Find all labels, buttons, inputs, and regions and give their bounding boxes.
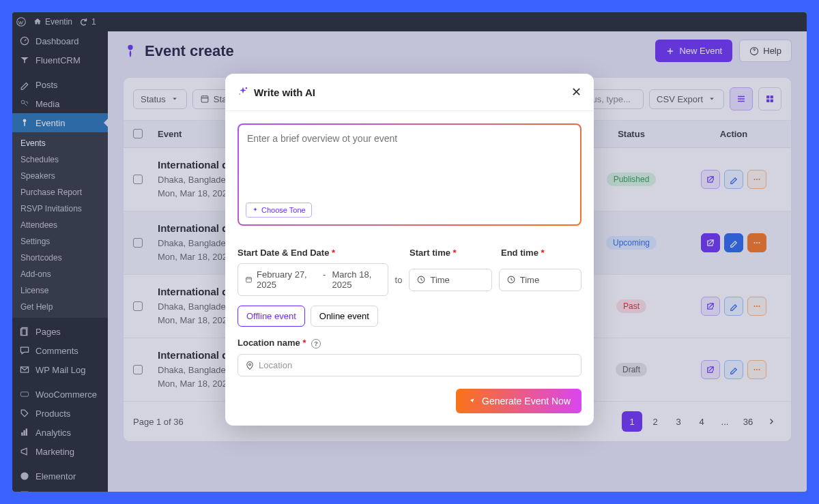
location-input[interactable]: Location [238, 354, 581, 376]
svg-point-38 [249, 364, 251, 366]
date-range-input[interactable]: February 27, 2025 - March 18, 2025 [238, 263, 388, 296]
svg-point-34 [239, 93, 240, 95]
generate-event-button[interactable]: Generate Event Now [456, 389, 581, 413]
close-button[interactable]: ✕ [571, 85, 581, 100]
help-icon[interactable]: ? [311, 339, 321, 349]
ai-overview-box: Choose Tone [238, 123, 581, 226]
offline-event-chip[interactable]: Offline event [238, 306, 305, 327]
modal-title: Write with AI [254, 87, 315, 98]
svg-point-33 [246, 87, 247, 89]
svg-rect-35 [246, 278, 252, 282]
end-time-input[interactable]: Time [499, 269, 581, 291]
overview-input[interactable] [247, 133, 572, 194]
choose-tone-button[interactable]: Choose Tone [246, 203, 312, 218]
sparkle-icon [238, 86, 248, 99]
to-label: to [395, 275, 403, 285]
start-time-input[interactable]: Time [409, 269, 491, 291]
modal-overlay[interactable]: Write with AI ✕ Choose Tone Start Date &… [12, 12, 807, 492]
online-event-chip[interactable]: Online event [311, 306, 378, 327]
write-ai-modal: Write with AI ✕ Choose Tone Start Date &… [225, 74, 594, 426]
